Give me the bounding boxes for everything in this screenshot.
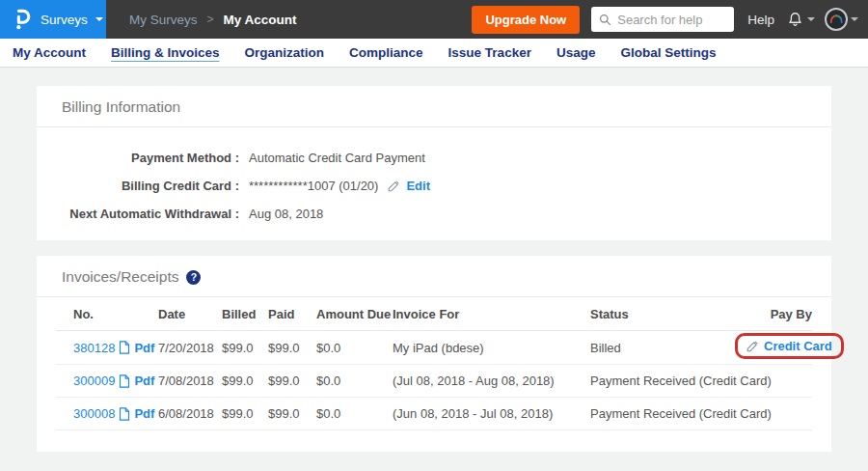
panel-bottom-spacer (37, 430, 831, 452)
col-billed: Billed (222, 297, 268, 331)
questionpro-logo-icon (13, 9, 32, 30)
chevron-down-icon (95, 17, 103, 21)
pdf-link[interactable]: Pdf (134, 374, 154, 388)
invoice-row: 300009 Pdf 7/08/2018 $99.0 $99.0 $0.0 (J… (56, 365, 812, 398)
notifications-button[interactable] (786, 11, 815, 29)
next-withdrawal-value: Aug 08, 2018 (249, 207, 323, 221)
payment-method-row: Payment Method : Automatic Credit Card P… (37, 151, 831, 165)
invoice-row: 380128 Pdf 7/20/2018 $99.0 $99.0 $0.0 My… (56, 331, 812, 365)
col-amount-due: Amount Due (316, 297, 393, 331)
card-number-masked: ************1007 (01/20) (249, 179, 378, 193)
next-withdrawal-row: Next Automatic Withdrawal : Aug 08, 2018 (37, 207, 831, 221)
panel-title: Invoices/Receipts (62, 268, 178, 286)
product-menu-label: Surveys (41, 13, 88, 27)
invoice-paid: $99.0 (268, 398, 316, 430)
invoice-paid: $99.0 (268, 331, 316, 365)
invoice-for: My iPad (bdese) (393, 331, 590, 365)
col-date: Date (158, 297, 222, 331)
help-question-icon[interactable]: ? (186, 270, 201, 285)
breadcrumb-separator-icon: > (207, 13, 214, 26)
pay-by-credit-card-link[interactable]: Credit Card (764, 339, 832, 353)
header-actions: Upgrade Now Help (472, 6, 858, 34)
page-content: Billing Information Payment Method : Aut… (0, 68, 868, 452)
billing-credit-card-row: Billing Credit Card : ************1007 (… (37, 179, 831, 193)
bell-icon (786, 11, 804, 29)
tab-issue-tracker[interactable]: Issue Tracker (436, 45, 544, 60)
billing-panel-header: Billing Information (37, 86, 831, 127)
invoice-date: 6/08/2018 (158, 398, 222, 430)
breadcrumb-current-page: My Account (224, 13, 297, 27)
invoice-date: 7/20/2018 (158, 331, 222, 365)
account-section-tabs: My Account Billing & Invoices Organizati… (0, 39, 868, 68)
tab-usage[interactable]: Usage (544, 45, 609, 60)
col-no: No. (56, 297, 158, 331)
account-menu[interactable] (825, 8, 858, 31)
field-label: Billing Credit Card : (37, 179, 239, 193)
invoice-number-link[interactable]: 300008 (73, 406, 115, 421)
table-header-row: No. Date Billed Paid Amount Due Invoice … (56, 297, 812, 331)
pdf-document-icon[interactable] (119, 374, 130, 388)
invoices-table: No. Date Billed Paid Amount Due Invoice … (56, 297, 812, 430)
col-status: Status (590, 297, 735, 331)
invoice-for: (Jul 08, 2018 - Aug 08, 2018) (393, 365, 590, 398)
col-paid: Paid (268, 297, 316, 331)
edit-pencil-icon (746, 340, 759, 352)
breadcrumb-my-surveys[interactable]: My Surveys (129, 13, 198, 27)
col-pay-by: Pay By (735, 297, 812, 331)
invoice-amount-due: $0.0 (316, 331, 393, 365)
invoice-amount-due: $0.0 (316, 365, 393, 398)
invoice-billed: $99.0 (222, 398, 268, 430)
invoice-status: Payment Received (Credit Card) (590, 365, 735, 398)
annotation-highlight-box: Credit Card (735, 333, 844, 359)
invoice-paid: $99.0 (268, 365, 316, 398)
app-product-menu[interactable]: Surveys (0, 0, 106, 39)
invoice-for: (Jun 08, 2018 - Jul 08, 2018) (393, 398, 590, 430)
invoice-billed: $99.0 (222, 365, 268, 398)
field-label: Payment Method : (37, 151, 239, 165)
invoices-panel-header: Invoices/Receipts ? (37, 256, 831, 297)
tab-my-account[interactable]: My Account (0, 45, 98, 60)
chevron-down-icon (851, 17, 858, 21)
pdf-link[interactable]: Pdf (134, 406, 154, 421)
field-label: Next Automatic Withdrawal : (37, 207, 239, 221)
tab-organization[interactable]: Organization (232, 45, 338, 60)
invoice-row: 300008 Pdf 6/08/2018 $99.0 $99.0 $0.0 (J… (56, 398, 812, 430)
upgrade-now-button[interactable]: Upgrade Now (472, 6, 580, 34)
help-search-input[interactable] (617, 13, 726, 27)
breadcrumb: My Surveys > My Account (129, 13, 297, 27)
top-header: Surveys My Surveys > My Account Upgrade … (0, 0, 868, 39)
invoice-date: 7/08/2018 (158, 365, 222, 398)
tab-global-settings[interactable]: Global Settings (608, 45, 728, 60)
help-link[interactable]: Help (747, 13, 774, 27)
panel-title: Billing Information (62, 98, 180, 116)
chevron-down-icon (807, 17, 815, 21)
invoices-receipts-panel: Invoices/Receipts ? No. Date Billed Paid… (37, 256, 831, 452)
invoice-amount-due: $0.0 (316, 398, 393, 430)
pdf-link[interactable]: Pdf (134, 341, 154, 355)
edit-pencil-icon[interactable] (388, 180, 400, 192)
invoice-number-link[interactable]: 300009 (73, 374, 115, 388)
edit-card-link[interactable]: Edit (406, 179, 430, 193)
payment-method-value: Automatic Credit Card Payment (249, 151, 425, 165)
credit-card-value: ************1007 (01/20) Edit (249, 179, 430, 193)
tab-compliance[interactable]: Compliance (337, 45, 436, 60)
avatar (825, 8, 848, 31)
billing-fields: Payment Method : Automatic Credit Card P… (37, 127, 831, 240)
pdf-document-icon[interactable] (119, 407, 130, 421)
col-invoice-for: Invoice For (393, 297, 590, 331)
invoice-number-link[interactable]: 380128 (73, 341, 115, 355)
billing-information-panel: Billing Information Payment Method : Aut… (37, 86, 831, 240)
tab-billing-invoices[interactable]: Billing & Invoices (98, 45, 232, 60)
search-icon (599, 14, 611, 26)
invoice-status: Billed (590, 331, 735, 365)
invoice-status: Payment Received (Credit Card) (590, 398, 735, 430)
invoice-billed: $99.0 (222, 331, 268, 365)
pdf-document-icon[interactable] (119, 341, 130, 354)
help-search-box[interactable] (591, 7, 734, 32)
